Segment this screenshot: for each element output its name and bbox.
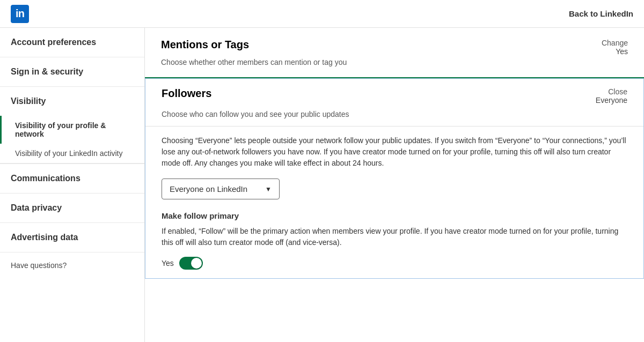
sidebar-item-visibility[interactable]: Visibility: [0, 87, 144, 116]
mentions-header: Mentions or Tags Change Yes: [161, 39, 628, 56]
sidebar-visibility-sub: Visibility of your profile & network Vis…: [0, 116, 144, 163]
mentions-value: Yes: [602, 47, 628, 56]
linkedin-logo[interactable]: in: [11, 5, 29, 23]
toggle-row: Yes: [162, 257, 627, 270]
followers-dropdown-wrap: Everyone on LinkedIn ▼: [162, 179, 627, 199]
settings-sidebar: Account preferences Sign in & security V…: [0, 28, 145, 342]
sidebar-item-account-preferences[interactable]: Account preferences: [0, 28, 144, 57]
sidebar-sub-item-linkedin-activity[interactable]: Visibility of your LinkedIn activity: [0, 144, 144, 163]
sidebar-item-advertising-data[interactable]: Advertising data: [0, 223, 144, 252]
make-follow-toggle[interactable]: [179, 257, 203, 270]
followers-title: Followers: [162, 87, 211, 100]
dropdown-selected-value: Everyone on LinkedIn: [170, 184, 247, 194]
followers-value: Everyone: [596, 96, 627, 105]
mentions-change-link[interactable]: Change: [602, 39, 628, 47]
make-follow-description: If enabled, “Follow” will be the primary…: [162, 226, 627, 248]
toggle-label: Yes: [162, 259, 174, 267]
mentions-title: Mentions or Tags: [161, 39, 249, 51]
followers-header[interactable]: Followers Close Everyone: [145, 79, 643, 110]
have-questions-link[interactable]: Have questions?: [0, 252, 144, 278]
followers-close-link[interactable]: Close: [596, 87, 627, 96]
main-content: Mentions or Tags Change Yes Choose wheth…: [145, 28, 644, 342]
followers-body: Choosing “Everyone” lets people outside …: [145, 127, 643, 278]
sidebar-sub-item-profile-network[interactable]: Visibility of your profile & network: [0, 116, 144, 144]
mentions-description: Choose whether other members can mention…: [161, 58, 628, 66]
make-follow-title: Make follow primary: [162, 211, 627, 220]
mentions-right: Change Yes: [602, 39, 628, 56]
chevron-down-icon: ▼: [265, 185, 272, 193]
sidebar-item-communications[interactable]: Communications: [0, 164, 144, 194]
followers-subtitle: Choose who can follow you and see your p…: [145, 110, 643, 127]
mentions-tags-section: Mentions or Tags Change Yes Choose wheth…: [145, 28, 644, 78]
back-to-linkedin-link[interactable]: Back to LinkedIn: [569, 9, 633, 18]
top-header: in Back to LinkedIn: [0, 0, 644, 28]
sidebar-visibility-section: Visibility Visibility of your profile & …: [0, 87, 144, 164]
followers-description: Choosing “Everyone” lets people outside …: [162, 135, 627, 169]
sidebar-item-sign-in-security[interactable]: Sign in & security: [0, 57, 144, 87]
sidebar-item-data-privacy[interactable]: Data privacy: [0, 194, 144, 223]
toggle-knob: [191, 258, 202, 269]
followers-right: Close Everyone: [596, 87, 627, 105]
followers-section: Followers Close Everyone Choose who can …: [145, 78, 644, 279]
followers-dropdown[interactable]: Everyone on LinkedIn ▼: [162, 179, 280, 199]
make-follow-section: Make follow primary If enabled, “Follow”…: [162, 211, 627, 270]
